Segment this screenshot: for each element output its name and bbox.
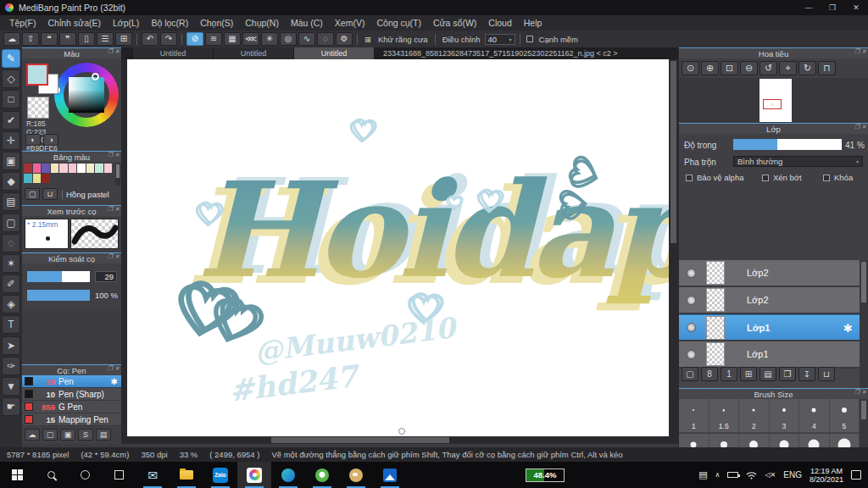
brush-size-cell[interactable] [739, 434, 770, 447]
comment-icon[interactable]: ❝ [41, 32, 58, 46]
snap-radial-button[interactable]: ✳ [261, 32, 278, 46]
fit-screen-icon[interactable]: ⊡ [721, 61, 738, 75]
popout-icon[interactable]: ❐ [108, 206, 113, 213]
brush-row[interactable]: 859 G Pen [22, 401, 121, 413]
brush-opacity-slider[interactable] [27, 290, 90, 301]
paint-app-button[interactable] [339, 462, 373, 488]
layer-opacity-slider[interactable] [733, 139, 842, 150]
menu-snap[interactable]: Chụp(N) [239, 15, 285, 30]
snap-settings-button[interactable]: ⚙ [336, 32, 353, 46]
merge-layer-icon[interactable]: ↧ [798, 367, 815, 381]
battery-percentage-widget[interactable]: 48.4% [526, 469, 565, 482]
brush-size-cell[interactable] [770, 434, 800, 447]
brush-size-cell[interactable] [799, 434, 830, 447]
tab-untitled-2[interactable]: Untitled [214, 47, 294, 59]
close-icon[interactable]: ✕ [861, 48, 866, 55]
visibility-icon[interactable] [687, 350, 696, 359]
window-grid-icon[interactable]: ⊞ [115, 32, 132, 46]
protect-alpha-checkbox[interactable]: Bảo vệ alpha [684, 173, 743, 182]
chat-icon[interactable]: ❞ [59, 32, 76, 46]
snap-circle-button[interactable]: ◎ [280, 32, 297, 46]
rotate-left-icon[interactable]: ↺ [760, 61, 777, 75]
soft-edge-label[interactable]: Cạnh mềm [539, 35, 578, 44]
tool-text[interactable]: T [2, 315, 20, 334]
photos-app-button[interactable] [373, 462, 407, 488]
file-explorer-button[interactable] [170, 462, 203, 488]
navigator-preview[interactable]: ∿ [679, 78, 868, 123]
palette-swatch[interactable] [42, 164, 50, 173]
palette-edit-icon[interactable]: ◑ [43, 134, 58, 146]
tool-hand[interactable]: ☛ [2, 397, 20, 416]
canvas-rotate-handle[interactable] [398, 428, 405, 435]
menu-edit[interactable]: Chỉnh sửa(E) [42, 15, 107, 30]
menu-window[interactable]: Cửa sổ(W) [427, 15, 482, 30]
sv-picker[interactable] [92, 73, 99, 80]
brush-size-cell[interactable] [830, 434, 860, 447]
language-indicator[interactable]: ENG [783, 470, 802, 480]
brush-size-cell[interactable]: 4 [799, 399, 830, 433]
lock-icon[interactable]: ⊓ [818, 61, 836, 75]
drawing-canvas[interactable]: .lh{stroke:#badae6;} .th{stroke:#679aa6;… [127, 59, 669, 436]
tool-move[interactable]: ✛ [2, 131, 20, 150]
wifi-icon[interactable] [746, 471, 757, 480]
tab-untitled-1[interactable]: Untitled [133, 47, 214, 59]
news-feed-icon[interactable]: ▤ [698, 469, 707, 480]
blend-mode-dropdown[interactable]: Bình thường [733, 156, 863, 167]
tray-chevron-icon[interactable]: ∧ [715, 471, 721, 479]
add-1bit-layer-icon[interactable]: 1 [721, 367, 737, 381]
tool-shape[interactable]: □ [2, 90, 20, 108]
popout-icon[interactable]: ❐ [854, 124, 860, 130]
action-center-icon[interactable] [851, 470, 861, 480]
battery-icon[interactable] [727, 472, 738, 478]
palette-swatch[interactable] [51, 164, 59, 173]
menu-filter[interactable]: Bộ lọc(R) [145, 15, 194, 30]
brush-size-cell[interactable] [709, 434, 740, 447]
popout-icon[interactable]: ❐ [854, 48, 860, 55]
palette-swatch[interactable] [69, 164, 77, 173]
soft-edge-checkbox[interactable] [526, 36, 533, 42]
palette-swatch[interactable] [59, 164, 68, 173]
palette-swatch[interactable] [86, 164, 95, 173]
menu-layer[interactable]: Lớp(L) [107, 15, 145, 30]
tool-select-eraser[interactable]: ◈ [2, 295, 20, 313]
tool-magic-wand[interactable]: ✶ [2, 254, 20, 273]
brush-folder-icon[interactable]: ▤ [96, 429, 111, 441]
add-brush-menu-icon[interactable]: ▣ [60, 429, 75, 441]
taskbar-search-button[interactable] [34, 462, 68, 488]
brush-size-cell[interactable]: 2 [739, 399, 770, 433]
tool-brush[interactable]: ✎ [2, 49, 20, 68]
tool-object-select[interactable]: ➤ [2, 336, 20, 355]
cortana-button[interactable] [68, 462, 102, 488]
primary-color-swatch[interactable] [26, 64, 48, 86]
taskbar-clock[interactable]: 12:19 AM 8/20/2021 [810, 467, 843, 484]
visibility-icon[interactable] [687, 269, 696, 278]
mail-app-button[interactable]: ✉ [136, 462, 170, 488]
palette-swatch[interactable] [24, 174, 32, 183]
layer-row[interactable]: Lớp1 [679, 341, 860, 369]
palette-icon[interactable]: ◐ [25, 134, 41, 146]
brush-size-slider[interactable] [27, 271, 90, 282]
tool-eraser[interactable]: ◇ [2, 69, 20, 88]
zoom-out-icon[interactable]: ⊖ [740, 61, 758, 75]
script-brush-icon[interactable]: S [78, 429, 93, 441]
tool-lasso[interactable]: ◌ [2, 234, 20, 252]
minimize-button[interactable]: — [797, 0, 821, 15]
brush-size-cell[interactable]: 5 [830, 399, 860, 433]
close-icon[interactable]: ✕ [114, 152, 120, 158]
close-icon[interactable]: ✕ [114, 206, 120, 213]
layer-row-selected[interactable]: Lớp1 ✱ [679, 314, 860, 341]
zalo-app-button[interactable]: Zalo [203, 462, 237, 488]
add-brush-icon[interactable]: ▢ [42, 429, 58, 441]
coccoc-browser-button[interactable] [305, 462, 339, 488]
popout-icon[interactable]: ❐ [108, 365, 113, 372]
zoom-in-icon[interactable]: ⊕ [701, 61, 719, 75]
menu-cloud[interactable]: Cloud [482, 15, 517, 30]
delete-layer-icon[interactable]: ⊔ [818, 367, 835, 381]
cloud-icon[interactable]: ☁ [3, 32, 20, 46]
close-icon[interactable]: ✕ [861, 389, 866, 396]
brush-cloud-download-icon[interactable]: ☁ [25, 429, 40, 441]
brush-size-scrollbar[interactable] [860, 399, 868, 447]
tab-untitled-3-active[interactable]: Untitled [294, 47, 375, 59]
menu-select[interactable]: Chọn(S) [194, 15, 239, 30]
brush-size-value[interactable]: 29 [95, 271, 117, 282]
